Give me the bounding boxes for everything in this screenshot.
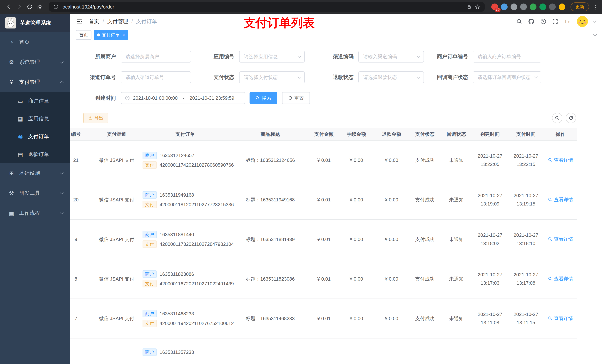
chevron-down-icon[interactable]: [593, 19, 597, 23]
breadcrumb-separator: /: [103, 19, 104, 24]
tab-首页[interactable]: 首页: [76, 30, 91, 40]
filter-select[interactable]: 请选择退款状态: [358, 71, 424, 83]
yen-icon: ¥: [7, 79, 16, 85]
table-row: 7微信 JSAPI 支付商户1635311468233支付42000011942…: [70, 299, 577, 338]
github-icon[interactable]: [528, 18, 535, 25]
filter-field: 支付状态请选择支付状态: [198, 71, 305, 83]
extension-icon[interactable]: [520, 3, 527, 10]
user-avatar[interactable]: [577, 16, 588, 27]
sidebar-item-infrastructure[interactable]: ⊞基础设施: [0, 163, 70, 183]
sidebar-item-dashboard[interactable]: ◔首页: [0, 32, 70, 52]
share-icon[interactable]: [466, 4, 472, 10]
sidebar-item-workflow[interactable]: ▣工作流程: [0, 203, 70, 223]
breadcrumb-home[interactable]: 首页: [89, 18, 99, 25]
bookmark-star-icon[interactable]: [475, 4, 480, 10]
table-row-partial: 商户1635311357233: [70, 338, 577, 364]
cell-pay-time: 2021-10-2713:17:08: [508, 259, 544, 299]
filter-select[interactable]: 请选择应用信息: [239, 51, 305, 62]
extension-icon[interactable]: [559, 3, 565, 10]
app-logo[interactable]: 芋道管理系统: [0, 14, 70, 32]
search-icon[interactable]: [516, 18, 522, 25]
extension-icon[interactable]: [549, 3, 556, 10]
view-detail-link[interactable]: 查看详情: [548, 236, 573, 242]
cell-channel: 微信 JSAPI 支付: [94, 299, 139, 338]
sidebar-item-gear[interactable]: ⚙系统管理: [0, 52, 70, 72]
cell-channel: 微信 JSAPI 支付: [94, 219, 139, 259]
view-detail-link[interactable]: 查看详情: [548, 315, 573, 322]
filter-select[interactable]: 请选择订单回调商户状态: [473, 71, 541, 83]
extension-icon[interactable]: [511, 3, 517, 10]
browser-menu-icon[interactable]: ⋮: [593, 4, 598, 10]
cell-action: 查看详情: [544, 299, 577, 338]
filter-select[interactable]: 请输入渠道编码: [358, 51, 424, 62]
cell-create-time: 2021-10-2713:22:05: [472, 140, 508, 180]
sidebar-item-yen[interactable]: ¥支付管理: [0, 72, 70, 92]
filter-label: 应用编号: [198, 53, 234, 60]
view-detail-link[interactable]: 查看详情: [548, 197, 573, 203]
reset-button[interactable]: 重置: [282, 92, 310, 104]
view-detail-link[interactable]: 查看详情: [548, 157, 573, 163]
chevron-up-icon: [60, 81, 64, 84]
orders-table: 编号支付渠道支付订单商品标题支付金额手续金额退款金额支付状态回调状态创建时间支付…: [70, 128, 577, 364]
sidebar-toggle-icon[interactable]: [76, 18, 83, 25]
cell-action: 查看详情: [544, 140, 577, 180]
cell-amount: ¥ 0.01: [309, 299, 339, 338]
site-info-icon[interactable]: [53, 4, 58, 10]
sidebar-item-label: 工作流程: [19, 209, 40, 217]
filter-input[interactable]: [121, 71, 191, 83]
cell-order: 商户1635311357233: [139, 338, 231, 364]
breadcrumb-current: 支付订单: [136, 18, 157, 25]
cell-refund: ¥ 0.00: [374, 299, 409, 338]
search-button[interactable]: 搜索: [249, 92, 277, 104]
sidebar: 芋道管理系统 ◔首页⚙系统管理¥支付管理▭商户信息▦应用信息◉支付订单▤退款订单…: [0, 14, 70, 364]
cell-status: 支付成功: [409, 180, 441, 219]
reload-icon[interactable]: [24, 2, 35, 12]
tab-支付订单[interactable]: 支付订单×: [94, 30, 128, 40]
sidebar-item-pay-order[interactable]: ◉支付订单: [0, 128, 70, 145]
column-header: 支付订单: [139, 128, 231, 140]
extension-icon[interactable]: [530, 3, 537, 10]
clock-icon: [125, 95, 130, 101]
date-range-input[interactable]: 2021-10-01 00:00:00 - 2021-10-31 23:59:5…: [121, 92, 245, 104]
tags-menu-icon[interactable]: [594, 34, 596, 36]
sidebar-item-app[interactable]: ▦应用信息: [0, 110, 70, 128]
url-bar[interactable]: localhost:1024/pay/order: [49, 2, 485, 12]
help-icon[interactable]: [540, 18, 547, 25]
home-icon[interactable]: [35, 2, 45, 12]
chevron-down-icon: [60, 211, 64, 214]
filter-input[interactable]: [121, 51, 191, 62]
back-icon[interactable]: [4, 2, 14, 12]
cell-pay-time: 2021-10-2713:11:15: [508, 299, 544, 338]
cell-id: 20: [70, 180, 94, 219]
filter-select[interactable]: 请选择支付状态: [239, 71, 305, 83]
cell-channel: [94, 338, 139, 364]
page-banner: 支付订单列表: [244, 15, 315, 31]
breadcrumb-pay[interactable]: 支付管理: [107, 18, 128, 25]
refresh-button[interactable]: [566, 113, 576, 123]
extension-icon[interactable]: [501, 3, 508, 10]
cell-order: 商户1635311949168支付42000011812021102777232…: [139, 180, 231, 219]
merchant-tag: 商户: [142, 310, 157, 317]
toggle-search-button[interactable]: [552, 113, 562, 123]
font-size-icon[interactable]: TT: [564, 19, 571, 24]
cell-title: 标题：1635311881439: [231, 219, 309, 259]
extension-badge: 10: [495, 8, 501, 12]
column-header: 支付状态: [409, 128, 441, 140]
close-icon[interactable]: ×: [122, 32, 125, 37]
extension-icon[interactable]: [539, 3, 546, 10]
sidebar-item-label: 退款订单: [28, 151, 49, 158]
forward-icon[interactable]: [14, 2, 24, 12]
extension-icon[interactable]: 10: [491, 3, 498, 10]
update-button[interactable]: 更新: [570, 2, 589, 11]
app-title: 芋道管理系统: [20, 20, 51, 26]
chevron-down-icon: [298, 75, 301, 79]
cell-action: 查看详情: [544, 180, 577, 219]
sidebar-item-devtool[interactable]: ⚒研发工具: [0, 183, 70, 203]
sidebar-item-merchant[interactable]: ▭商户信息: [0, 92, 70, 110]
filter-input[interactable]: [473, 51, 541, 62]
export-button[interactable]: 导出: [83, 113, 108, 123]
sidebar-item-refund[interactable]: ▤退款订单: [0, 145, 70, 163]
view-detail-link[interactable]: 查看详情: [548, 276, 573, 282]
devtool-icon: ⚒: [7, 190, 16, 197]
fullscreen-icon[interactable]: [552, 18, 558, 25]
